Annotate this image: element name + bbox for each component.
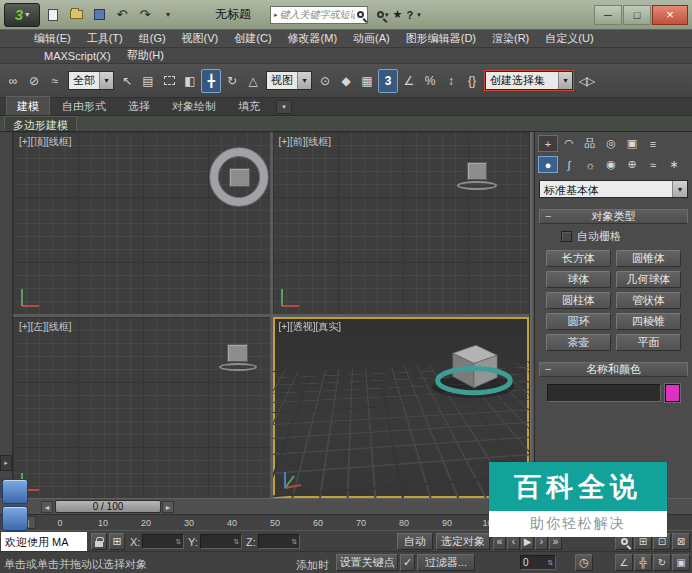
selected-key-set-button[interactable]: 选定对象: [436, 533, 490, 550]
box-button[interactable]: 长方体: [546, 250, 611, 267]
ribbon-tab-modeling[interactable]: 建模: [6, 96, 50, 115]
zoom-region-icon[interactable]: ⊠: [672, 533, 690, 550]
selection-filter-dropdown[interactable]: 全部 ▾: [68, 71, 114, 90]
menu-views[interactable]: 视图(V): [174, 30, 227, 47]
utilities-tab-icon[interactable]: ≡: [643, 135, 663, 152]
ribbon-tab-freeform[interactable]: 自由形式: [52, 97, 116, 115]
menu-tools[interactable]: 工具(T): [79, 30, 131, 47]
select-object-icon[interactable]: ↖: [117, 69, 137, 93]
primitive-type-dropdown[interactable]: 标准基本体 ▾: [539, 180, 688, 198]
left-dock-button-1[interactable]: [2, 479, 28, 504]
object-color-swatch[interactable]: [665, 384, 680, 402]
window-crossing-icon[interactable]: ◧: [180, 69, 200, 93]
expand-panel-arrow-button[interactable]: ▸: [0, 455, 12, 471]
viewport-label[interactable]: [+][透视][真实]: [279, 320, 342, 334]
sphere-button[interactable]: 球体: [546, 271, 611, 288]
torus-object-left-view[interactable]: [219, 363, 257, 371]
open-file-button[interactable]: [66, 5, 86, 25]
helpers-category-icon[interactable]: ⊕: [622, 156, 642, 173]
display-tab-icon[interactable]: ▣: [622, 135, 642, 152]
y-coordinate-field[interactable]: ⇅: [200, 534, 242, 549]
menu-edit[interactable]: 编辑(E): [26, 30, 79, 47]
time-configuration-button[interactable]: ◷: [575, 554, 593, 571]
box-object-left-view[interactable]: [227, 344, 248, 362]
add-time-tag[interactable]: 添加时: [296, 558, 329, 573]
maxscript-mini-listener[interactable]: 欢迎使用 MA: [1, 532, 87, 551]
z-coordinate-field[interactable]: ⇅: [258, 534, 300, 549]
ribbon-minimize-button[interactable]: ▾: [276, 100, 292, 114]
viewport-left[interactable]: [+][左][线框]: [13, 317, 270, 499]
torus-object-front-view[interactable]: [457, 181, 497, 190]
select-and-scale-icon[interactable]: △: [243, 69, 263, 93]
menu-animation[interactable]: 动画(A): [345, 30, 398, 47]
box-object-front-view[interactable]: [467, 162, 487, 180]
absolute-mode-toggle[interactable]: ⊞: [109, 533, 125, 550]
minimize-button[interactable]: ─: [594, 5, 622, 25]
ribbon-tab-selection[interactable]: 选择: [118, 97, 160, 115]
select-and-link-icon[interactable]: ∞: [3, 69, 23, 93]
autogrid-checkbox[interactable]: [561, 231, 572, 242]
angle-snap-icon[interactable]: ∠: [399, 69, 419, 93]
key-filters-button[interactable]: 过滤器...: [417, 554, 475, 571]
viewport-label[interactable]: [+][顶][线框]: [19, 135, 72, 149]
unlink-selection-icon[interactable]: ⊘: [24, 69, 44, 93]
next-frame-arrow[interactable]: ►: [162, 501, 174, 513]
previous-frame-arrow[interactable]: ◄: [41, 501, 53, 513]
motion-tab-icon[interactable]: ◎: [601, 135, 621, 152]
ribbon-tab-populate[interactable]: 填充: [228, 97, 270, 115]
cylinder-button[interactable]: 圆柱体: [546, 292, 611, 309]
search-icon[interactable]: [357, 11, 364, 18]
geosphere-button[interactable]: 几何球体: [616, 271, 681, 288]
object-name-input[interactable]: [547, 384, 661, 402]
spinner-snap-icon[interactable]: ↕: [441, 69, 461, 93]
bind-to-space-warp-icon[interactable]: ≈: [45, 69, 65, 93]
maximize-viewport-toggle-icon[interactable]: ▣: [672, 554, 690, 571]
mirror-icon[interactable]: ◁▷: [576, 69, 596, 93]
menu-create[interactable]: 创建(C): [226, 30, 279, 47]
shapes-category-icon[interactable]: ∫: [559, 156, 579, 173]
ribbon-tab-object-paint[interactable]: 对象绘制: [162, 97, 226, 115]
use-pivot-center-icon[interactable]: ⊙: [315, 69, 335, 93]
application-menu-button[interactable]: 3 ▾: [4, 3, 40, 27]
name-color-rollout-header[interactable]: − 名称和颜色: [539, 362, 688, 377]
plane-button[interactable]: 平面: [616, 334, 681, 351]
percent-snap-icon[interactable]: %: [420, 69, 440, 93]
hierarchy-tab-icon[interactable]: 品: [580, 135, 600, 152]
communication-center-button[interactable]: ★: [393, 8, 403, 21]
reference-coordinate-dropdown[interactable]: 视图 ▾: [266, 71, 312, 90]
torus-button[interactable]: 圆环: [546, 313, 611, 330]
viewport-label[interactable]: [+][前][线框]: [279, 135, 332, 149]
pan-icon[interactable]: ╬: [634, 554, 652, 571]
systems-category-icon[interactable]: ∗: [664, 156, 684, 173]
current-frame-field[interactable]: 0⇅: [520, 555, 556, 570]
menu-customize[interactable]: 自定义(U): [537, 30, 601, 47]
keyboard-override-icon[interactable]: ▦: [357, 69, 377, 93]
cameras-category-icon[interactable]: ◉: [601, 156, 621, 173]
named-selection-sets-dropdown[interactable]: 创建选择集 ▾: [485, 71, 573, 90]
menu-rendering[interactable]: 渲染(R): [484, 30, 537, 47]
new-scene-button[interactable]: [43, 5, 63, 25]
search-input[interactable]: [280, 9, 355, 20]
search-dropdown-button[interactable]: ▾: [377, 11, 389, 19]
menu-modifiers[interactable]: 修改器(M): [280, 30, 346, 47]
geometry-category-icon[interactable]: ●: [538, 156, 558, 173]
redo-button[interactable]: ↷: [135, 5, 155, 25]
close-button[interactable]: ×: [652, 5, 688, 25]
select-by-name-icon[interactable]: ▤: [138, 69, 158, 93]
select-and-rotate-icon[interactable]: ↻: [222, 69, 242, 93]
menu-maxscript[interactable]: MAXScript(X): [36, 49, 119, 63]
field-of-view-icon[interactable]: ∠: [615, 554, 633, 571]
undo-button[interactable]: ↶: [112, 5, 132, 25]
menu-graph-editors[interactable]: 图形编辑器(D): [398, 30, 484, 47]
help-dropdown-icon[interactable]: ▾: [417, 11, 421, 19]
auto-key-button[interactable]: 自动: [397, 533, 433, 550]
tube-button[interactable]: 管状体: [616, 292, 681, 309]
ribbon-panel-polygon-modeling[interactable]: 多边形建模: [4, 116, 77, 131]
left-dock-button-2[interactable]: [2, 506, 28, 531]
help-button[interactable]: ?: [406, 9, 413, 21]
maximize-button[interactable]: □: [623, 5, 651, 25]
save-file-button[interactable]: [89, 5, 109, 25]
menu-help[interactable]: 帮助(H): [119, 47, 172, 64]
viewport-label[interactable]: [+][左][线框]: [19, 320, 72, 334]
select-and-move-icon[interactable]: ╋: [201, 69, 221, 93]
